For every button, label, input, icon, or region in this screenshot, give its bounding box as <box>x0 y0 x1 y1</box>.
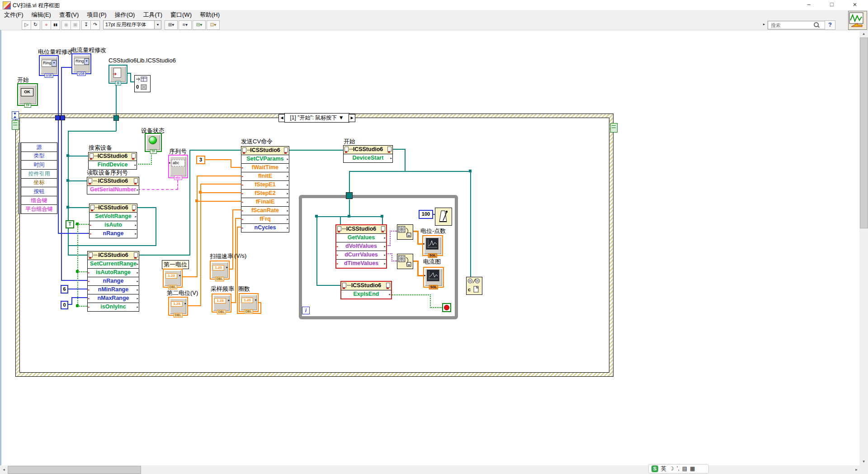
menu-edit[interactable]: 编辑(E) <box>28 10 55 19</box>
event-structure-header[interactable]: [1] "开始": 鼠标按下 ▼ <box>284 113 349 123</box>
serial-string-indicator[interactable]: abc ▸ abc <box>168 155 188 178</box>
numeric-constant[interactable]: 6 <box>61 285 68 294</box>
scroll-down-icon[interactable]: ▾ <box>859 458 868 465</box>
minimize-button[interactable]: – <box>798 0 819 10</box>
menu-help[interactable]: 帮助(H) <box>196 10 224 19</box>
menu-view[interactable]: 查看(V) <box>55 10 83 19</box>
font-dropdown-icon[interactable]: ▾ <box>154 20 161 29</box>
param-row[interactable]: isOnlyInc <box>88 303 139 311</box>
vi-icon[interactable] <box>848 11 867 30</box>
numeric-constant[interactable]: 0 <box>61 301 68 309</box>
menu-window[interactable]: 窗口(W) <box>166 10 196 19</box>
loop-tunnel[interactable] <box>346 192 353 199</box>
ok-button-face[interactable]: OK <box>21 88 33 96</box>
param-row[interactable]: nRange <box>88 277 139 286</box>
abort-button[interactable]: ● <box>42 20 51 30</box>
second-potential-constant[interactable]: 1.23 ▸ DBL <box>168 297 188 316</box>
help-button[interactable]: ? <box>825 20 835 30</box>
font-selector[interactable]: 17pt 应用程序字体 <box>103 20 156 29</box>
vertical-scroll-thumb[interactable] <box>860 38 868 228</box>
invoke-node-set-current-range[interactable]: ⋯→ICSStudio6 SetCurrentRange isAutoRange… <box>87 251 139 312</box>
event-next-arrow[interactable]: ▶ <box>349 114 355 122</box>
param-row[interactable]: fFinalE <box>241 198 289 207</box>
invoke-node-get-serial-number[interactable]: ⋯→ICSStudio6 GetSerialNumber <box>87 177 139 194</box>
event-data-item[interactable]: 时间 <box>21 161 57 170</box>
invoke-node-device-start[interactable]: ⋯→ICSStudio6 DeviceStart <box>343 145 393 163</box>
menu-file[interactable]: 文件(F) <box>0 10 28 19</box>
dbl-value[interactable]: 1.23 <box>241 298 253 303</box>
pause-button[interactable]: ▮▮ <box>51 20 60 30</box>
volt-range-ring-control[interactable]: Ring ▼ U16 <box>39 55 59 76</box>
param-row[interactable]: nCycles <box>241 224 289 232</box>
ring-dropdown-icon[interactable]: ▼ <box>52 60 57 66</box>
dbl-value[interactable]: 1.23 <box>165 273 177 279</box>
invoke-node-set-volt-range[interactable]: ⋯→ICSStudio6 SetVoltRange isAuto nRange <box>89 204 137 238</box>
highlight-execution-button[interactable]: ◉ <box>61 20 71 30</box>
step-into-button[interactable]: ↧ <box>81 20 91 30</box>
run-button[interactable]: ▷ <box>22 20 31 30</box>
cycles-constant[interactable]: 1.23 ▸ DBL <box>239 293 259 312</box>
scroll-left-icon[interactable]: ◂ <box>0 465 8 474</box>
param-row[interactable]: fStepE2 <box>241 190 289 198</box>
param-row[interactable]: isAuto <box>90 221 137 230</box>
tunnel[interactable] <box>55 115 60 120</box>
constructor-node[interactable]: 0 <box>134 75 151 92</box>
dbl-value[interactable]: 1.23 <box>214 298 226 303</box>
scan-rate-constant[interactable]: 1.23 ▸ DBL <box>210 261 230 280</box>
method-row[interactable]: GetValues <box>336 234 386 242</box>
search-input[interactable] <box>768 21 832 29</box>
method-row[interactable]: SetCVParams <box>241 155 289 164</box>
scroll-right-icon[interactable]: ▸ <box>853 465 860 474</box>
event-data-item[interactable]: 组合键 <box>21 196 57 205</box>
wait-until-next-ms-node[interactable] <box>435 208 452 226</box>
close-button[interactable]: × <box>844 0 865 10</box>
sample-freq-constant[interactable]: 1.23 ▸ DBL <box>212 294 231 313</box>
retain-wire-values-button[interactable]: ▣ <box>71 20 80 30</box>
true-constant[interactable]: T <box>66 220 74 228</box>
horizontal-scrollbar[interactable]: ◂ ▸ <box>0 465 860 474</box>
vertical-scrollbar[interactable]: ▴ ▾ <box>859 30 868 465</box>
method-row[interactable]: SetVoltRange <box>90 213 137 221</box>
ime-toolbar[interactable]: S 英 ☽ ’, ▤ ▦ <box>648 464 709 474</box>
param-row[interactable]: fWaitTime <box>241 164 289 172</box>
param-row[interactable]: dTimeValues <box>336 260 386 268</box>
method-row[interactable]: SetCurrentRange <box>88 260 139 269</box>
ime-keyboard-icon[interactable]: ▤ <box>682 465 687 472</box>
param-row[interactable]: fScanRate <box>241 207 289 215</box>
run-continuous-button[interactable]: ↻ <box>31 20 40 30</box>
array-convert-node[interactable] <box>397 224 413 240</box>
maximize-button[interactable]: □ <box>821 0 842 10</box>
dbl-value[interactable]: 1.23 <box>171 301 183 307</box>
close-reference-node[interactable]: c <box>466 277 482 295</box>
menu-operate[interactable]: 操作(O) <box>111 10 139 19</box>
param-row[interactable]: nRange <box>90 230 137 238</box>
reorder-button[interactable]: ⊡▾ <box>207 20 220 30</box>
ime-moon-icon[interactable]: ☽ <box>669 465 674 472</box>
event-data-item[interactable]: 源 <box>21 143 57 152</box>
method-row[interactable]: FindDevice <box>89 161 137 169</box>
menu-tools[interactable]: 工具(T) <box>139 10 166 19</box>
param-row[interactable]: fFrq <box>241 215 289 224</box>
invoke-node-find-device[interactable]: ⋯→ICSStudio6 FindDevice <box>88 152 137 170</box>
wait-ms-constant[interactable]: 100 <box>419 210 433 219</box>
dbl-value[interactable]: 1.23 <box>212 265 224 270</box>
invoke-node-exp-is-end[interactable]: ⋯→ICSStudio6 ExpIsEnd <box>340 281 392 299</box>
invoke-node-get-values[interactable]: ⋯→ICSStudio6 GetValues dVoltValues dCurr… <box>335 224 387 269</box>
param-row[interactable]: dCurrValues <box>336 251 386 260</box>
loop-iteration-terminal[interactable]: i <box>302 307 310 314</box>
tunnel[interactable] <box>60 115 65 120</box>
ime-language-indicator[interactable]: 英 <box>661 465 666 472</box>
event-timeout-terminal[interactable] <box>12 111 19 119</box>
event-data-item[interactable]: 按钮 <box>21 187 57 196</box>
event-data-item[interactable]: 控件引用 <box>21 170 57 179</box>
loop-stop-terminal[interactable] <box>442 303 451 312</box>
dynamic-event-terminal-left[interactable] <box>12 120 19 130</box>
align-objects-button[interactable]: ⊞▾ <box>165 20 178 30</box>
ime-logo-icon[interactable]: S <box>651 465 658 472</box>
ring-dropdown-icon[interactable]: ▼ <box>84 58 89 65</box>
menu-project[interactable]: 项目(P) <box>83 10 110 19</box>
param-row[interactable]: nMaxRange <box>88 294 139 303</box>
curr-range-ring-control[interactable]: Ring ▼ U16 <box>71 53 91 74</box>
method-row[interactable]: DeviceStart <box>344 154 392 162</box>
param-row[interactable]: nMinRange <box>88 286 139 294</box>
